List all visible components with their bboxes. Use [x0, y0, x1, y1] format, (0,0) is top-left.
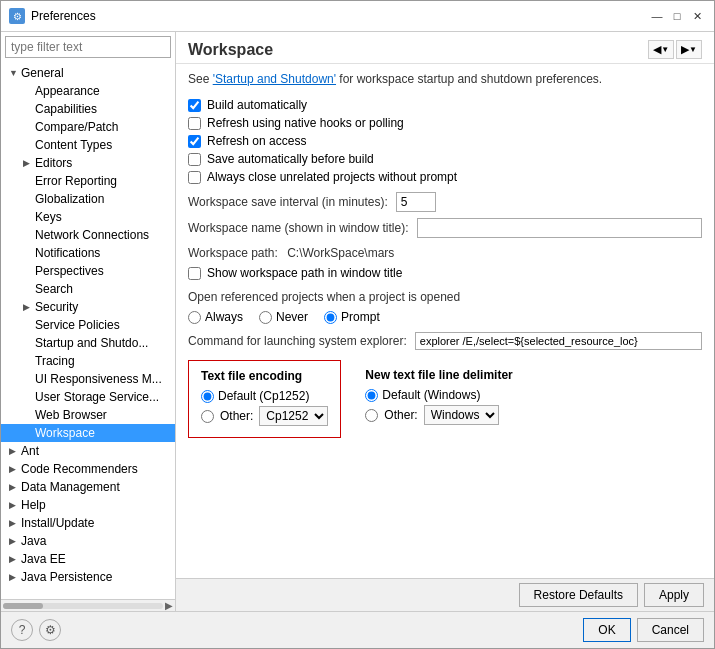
sidebar-item-compare-patch[interactable]: Compare/Patch — [1, 118, 175, 136]
back-button[interactable]: ◀ ▼ — [648, 40, 674, 59]
sidebar-item-ant[interactable]: ▶Ant — [1, 442, 175, 460]
delimiter-default-radio[interactable] — [365, 389, 378, 402]
sidebar-item-network-connections[interactable]: Network Connections — [1, 226, 175, 244]
encoding-other-label[interactable]: Other: — [220, 409, 253, 423]
sidebar-item-editors[interactable]: ▶Editors — [1, 154, 175, 172]
sidebar-item-label: Editors — [35, 156, 72, 170]
radio-always-label[interactable]: Always — [205, 310, 243, 324]
sidebar-item-content-types[interactable]: Content Types — [1, 136, 175, 154]
sidebar-item-keys[interactable]: Keys — [1, 208, 175, 226]
sidebar-item-service-policies[interactable]: Service Policies — [1, 316, 175, 334]
workspace-name-input[interactable] — [417, 218, 702, 238]
scrollbar-track[interactable] — [3, 603, 163, 609]
sidebar-item-java-ee[interactable]: ▶Java EE — [1, 550, 175, 568]
sidebar-item-general[interactable]: ▼General — [1, 64, 175, 82]
startup-shutdown-link[interactable]: 'Startup and Shutdown' — [213, 72, 336, 86]
close-button[interactable]: ✕ — [688, 7, 706, 25]
radio-never-input[interactable] — [259, 311, 272, 324]
sidebar-item-label: User Storage Service... — [35, 390, 159, 404]
show-path-row: Show workspace path in window title — [188, 264, 702, 282]
help-button[interactable]: ? — [11, 619, 33, 641]
sidebar-item-tracing[interactable]: Tracing — [1, 352, 175, 370]
workspace-path-label: Workspace path: — [188, 246, 278, 260]
sidebar-item-ui-responsiveness[interactable]: UI Responsiveness M... — [1, 370, 175, 388]
checkbox-close-unrelated[interactable] — [188, 171, 201, 184]
sidebar-item-perspectives[interactable]: Perspectives — [1, 262, 175, 280]
radio-prompt-label[interactable]: Prompt — [341, 310, 380, 324]
radio-prompt-input[interactable] — [324, 311, 337, 324]
checkbox-refresh-native[interactable] — [188, 117, 201, 130]
sidebar: ▼GeneralAppearanceCapabilitiesCompare/Pa… — [1, 32, 176, 611]
sidebar-item-label: Startup and Shutdo... — [35, 336, 148, 350]
sidebar-item-help[interactable]: ▶Help — [1, 496, 175, 514]
delimiter-default-label[interactable]: Default (Windows) — [382, 388, 480, 402]
sidebar-item-java-persistence[interactable]: ▶Java Persistence — [1, 568, 175, 586]
sidebar-item-label: Content Types — [35, 138, 112, 152]
checkbox-label-refresh-native[interactable]: Refresh using native hooks or polling — [207, 116, 404, 130]
scroll-right-btn[interactable]: ▶ — [165, 600, 173, 611]
sidebar-item-label: Compare/Patch — [35, 120, 118, 134]
checkbox-label-build-auto[interactable]: Build automatically — [207, 98, 307, 112]
sidebar-item-label: Data Management — [21, 480, 120, 494]
sidebar-item-data-management[interactable]: ▶Data Management — [1, 478, 175, 496]
encoding-other-row: Other: Cp1252 — [201, 406, 328, 426]
checkbox-refresh-access[interactable] — [188, 135, 201, 148]
sidebar-item-capabilities[interactable]: Capabilities — [1, 100, 175, 118]
checkbox-build-auto[interactable] — [188, 99, 201, 112]
maximize-button[interactable]: □ — [668, 7, 686, 25]
sidebar-item-web-browser[interactable]: Web Browser — [1, 406, 175, 424]
sidebar-item-workspace[interactable]: Workspace — [1, 424, 175, 442]
settings-icon-button[interactable]: ⚙ — [39, 619, 61, 641]
tree-arrow-icon: ▶ — [9, 572, 19, 582]
checkbox-save-before-build[interactable] — [188, 153, 201, 166]
sidebar-item-appearance[interactable]: Appearance — [1, 82, 175, 100]
save-interval-input[interactable] — [396, 192, 436, 212]
sidebar-item-java[interactable]: ▶Java — [1, 532, 175, 550]
sidebar-item-user-storage[interactable]: User Storage Service... — [1, 388, 175, 406]
apply-button[interactable]: Apply — [644, 583, 704, 607]
sidebar-item-startup-shutdown[interactable]: Startup and Shutdo... — [1, 334, 175, 352]
open-projects-label: Open referenced projects when a project … — [188, 290, 702, 304]
sidebar-item-label: Workspace — [35, 426, 95, 440]
radio-never-label[interactable]: Never — [276, 310, 308, 324]
sidebar-item-globalization[interactable]: Globalization — [1, 190, 175, 208]
forward-button[interactable]: ▶ ▼ — [676, 40, 702, 59]
sidebar-item-security[interactable]: ▶Security — [1, 298, 175, 316]
checkbox-label-save-before-build[interactable]: Save automatically before build — [207, 152, 374, 166]
minimize-button[interactable]: — — [648, 7, 666, 25]
sidebar-item-code-recommenders[interactable]: ▶Code Recommenders — [1, 460, 175, 478]
radio-always-input[interactable] — [188, 311, 201, 324]
command-input[interactable] — [415, 332, 702, 350]
sidebar-item-error-reporting[interactable]: Error Reporting — [1, 172, 175, 190]
delimiter-select[interactable]: Windows — [424, 405, 499, 425]
show-path-label[interactable]: Show workspace path in window title — [207, 266, 402, 280]
delimiter-other-label[interactable]: Other: — [384, 408, 417, 422]
encoding-other-radio[interactable] — [201, 410, 214, 423]
sidebar-item-search[interactable]: Search — [1, 280, 175, 298]
encoding-default-radio[interactable] — [201, 390, 214, 403]
preferences-window: ⚙ Preferences — □ ✕ ▼GeneralAppearanceCa… — [0, 0, 715, 649]
filter-input[interactable] — [5, 36, 171, 58]
tree-arrow-icon: ▶ — [9, 500, 19, 510]
encoding-select[interactable]: Cp1252 — [259, 406, 328, 426]
show-path-checkbox[interactable] — [188, 267, 201, 280]
cancel-button[interactable]: Cancel — [637, 618, 704, 642]
delimiter-other-row: Other: Windows — [365, 405, 690, 425]
tree-arrow-icon: ▶ — [9, 482, 19, 492]
ok-button[interactable]: OK — [583, 618, 630, 642]
sidebar-item-label: Code Recommenders — [21, 462, 138, 476]
sidebar-item-notifications[interactable]: Notifications — [1, 244, 175, 262]
sidebar-item-label: General — [21, 66, 64, 80]
workspace-name-row: Workspace name (shown in window title): — [188, 218, 702, 238]
checkbox-label-refresh-access[interactable]: Refresh on access — [207, 134, 306, 148]
delimiter-other-radio[interactable] — [365, 409, 378, 422]
content-body: See 'Startup and Shutdown' for workspace… — [176, 64, 714, 578]
sidebar-item-install-update[interactable]: ▶Install/Update — [1, 514, 175, 532]
encoding-default-label[interactable]: Default (Cp1252) — [218, 389, 309, 403]
nav-buttons: ◀ ▼ ▶ ▼ — [648, 40, 702, 59]
sidebar-item-label: Java — [21, 534, 46, 548]
checkbox-label-close-unrelated[interactable]: Always close unrelated projects without … — [207, 170, 457, 184]
restore-defaults-button[interactable]: Restore Defaults — [519, 583, 638, 607]
forward-arrow-icon: ▶ — [681, 43, 689, 56]
back-arrow-icon: ◀ — [653, 43, 661, 56]
